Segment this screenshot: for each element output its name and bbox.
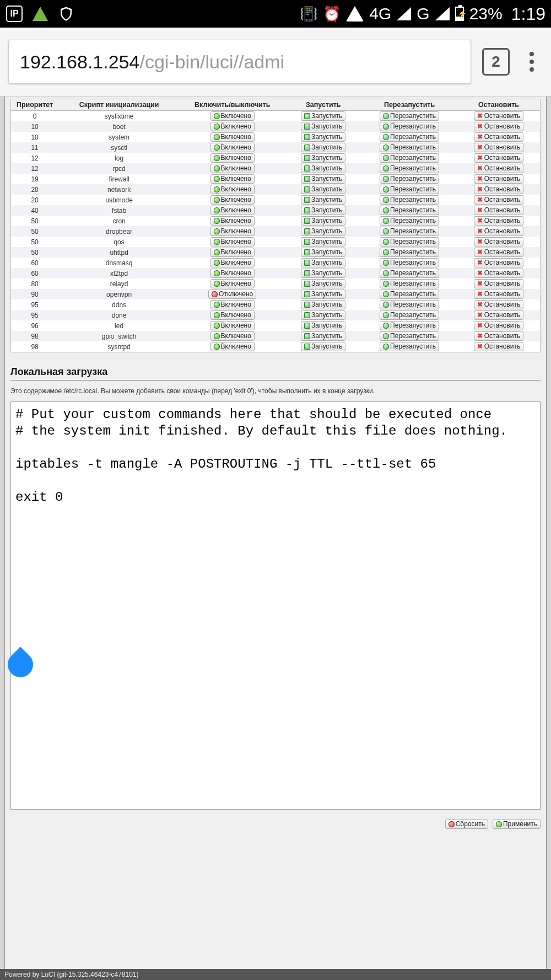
toggle-button[interactable]: Включено <box>210 111 255 121</box>
stop-button[interactable]: ✖Остановить <box>474 342 524 351</box>
start-button[interactable]: Запустить <box>301 279 345 288</box>
start-button[interactable]: Запустить <box>301 174 345 184</box>
toggle-button[interactable]: Включено <box>210 216 255 226</box>
start-button[interactable]: Запустить <box>301 300 345 309</box>
stop-button[interactable]: ✖Остановить <box>474 269 524 278</box>
stop-button[interactable]: ✖Остановить <box>474 206 524 215</box>
start-button[interactable]: Запустить <box>301 216 345 226</box>
toggle-button[interactable]: Включено <box>210 237 255 247</box>
restart-button[interactable]: Перезапустить <box>380 122 439 131</box>
toggle-button[interactable]: Включено <box>210 153 255 163</box>
restart-button[interactable]: Перезапустить <box>380 342 439 351</box>
toggle-button[interactable]: Включено <box>210 300 255 309</box>
start-button[interactable]: Запустить <box>301 290 345 299</box>
toggle-button[interactable]: Включено <box>210 206 255 215</box>
toggle-button[interactable]: Включено <box>210 258 255 267</box>
toggle-button[interactable]: Включено <box>210 310 255 320</box>
start-button[interactable]: Запустить <box>301 143 345 152</box>
start-button[interactable]: Запустить <box>301 122 345 131</box>
toggle-button[interactable]: Включено <box>210 164 255 173</box>
start-button[interactable]: Запустить <box>301 248 345 257</box>
start-button[interactable]: Запустить <box>301 310 345 320</box>
stop-button[interactable]: ✖Остановить <box>474 195 524 205</box>
stop-button[interactable]: ✖Остановить <box>474 122 524 131</box>
stop-button[interactable]: ✖Остановить <box>474 331 524 341</box>
stop-label: Остановить <box>484 143 521 152</box>
stop-button[interactable]: ✖Остановить <box>474 321 524 330</box>
restart-button[interactable]: Перезапустить <box>380 111 439 121</box>
toggle-button[interactable]: Включено <box>210 185 255 194</box>
start-button[interactable]: Запустить <box>301 132 345 142</box>
stop-button[interactable]: ✖Остановить <box>474 143 524 152</box>
toggle-button[interactable]: Включено <box>210 269 255 278</box>
restart-button[interactable]: Перезапустить <box>380 269 439 278</box>
start-button[interactable]: Запустить <box>301 195 345 205</box>
start-button[interactable]: Запустить <box>301 227 345 236</box>
toggle-button[interactable]: Включено <box>210 321 255 330</box>
start-button[interactable]: Запустить <box>301 258 345 267</box>
restart-button[interactable]: Перезапустить <box>380 310 439 320</box>
restart-button[interactable]: Перезапустить <box>380 237 439 247</box>
restart-button[interactable]: Перезапустить <box>380 321 439 330</box>
stop-button[interactable]: ✖Остановить <box>474 290 524 299</box>
browser-menu[interactable] <box>521 52 543 72</box>
stop-button[interactable]: ✖Остановить <box>474 258 524 267</box>
stop-button[interactable]: ✖Остановить <box>474 132 524 142</box>
restart-button[interactable]: Перезапустить <box>380 164 439 173</box>
toggle-button[interactable]: Отключено <box>208 290 256 299</box>
start-button[interactable]: Запустить <box>301 342 345 351</box>
start-button[interactable]: Запустить <box>301 331 345 341</box>
restart-button[interactable]: Перезапустить <box>380 206 439 215</box>
stop-button[interactable]: ✖Остановить <box>474 164 524 173</box>
toggle-button[interactable]: Включено <box>210 227 255 236</box>
toggle-button[interactable]: Включено <box>210 174 255 184</box>
restart-button[interactable]: Перезапустить <box>380 216 439 226</box>
toggle-button[interactable]: Включено <box>210 122 255 131</box>
stop-button[interactable]: ✖Остановить <box>474 185 524 194</box>
toggle-button[interactable]: Включено <box>210 342 255 351</box>
restart-button[interactable]: Перезапустить <box>380 132 439 142</box>
start-button[interactable]: Запустить <box>301 269 345 278</box>
toggle-button[interactable]: Включено <box>210 195 255 205</box>
stop-button[interactable]: ✖Остановить <box>474 227 524 236</box>
stop-button[interactable]: ✖Остановить <box>474 279 524 288</box>
restart-button[interactable]: Перезапустить <box>380 290 439 299</box>
stop-button[interactable]: ✖Остановить <box>474 174 524 184</box>
start-button[interactable]: Запустить <box>301 111 345 121</box>
stop-button[interactable]: ✖Остановить <box>474 237 524 247</box>
toggle-button[interactable]: Включено <box>210 279 255 288</box>
toggle-button[interactable]: Включено <box>210 143 255 152</box>
stop-button[interactable]: ✖Остановить <box>474 248 524 257</box>
restart-button[interactable]: Перезапустить <box>380 300 439 309</box>
stop-button[interactable]: ✖Остановить <box>474 216 524 226</box>
restart-button[interactable]: Перезапустить <box>380 185 439 194</box>
toggle-label: Включено <box>221 175 251 183</box>
restart-button[interactable]: Перезапустить <box>380 248 439 257</box>
reset-button[interactable]: Сбросить <box>445 820 488 829</box>
toggle-button[interactable]: Включено <box>210 132 255 142</box>
restart-button[interactable]: Перезапустить <box>380 143 439 152</box>
restart-button[interactable]: Перезапустить <box>380 195 439 205</box>
toggle-button[interactable]: Включено <box>210 331 255 341</box>
start-button[interactable]: Запустить <box>301 164 345 173</box>
start-button[interactable]: Запустить <box>301 153 345 163</box>
restart-button[interactable]: Перезапустить <box>380 331 439 341</box>
restart-button[interactable]: Перезапустить <box>380 227 439 236</box>
tab-switcher[interactable]: 2 <box>482 48 510 76</box>
stop-button[interactable]: ✖Остановить <box>474 310 524 320</box>
toggle-button[interactable]: Включено <box>210 248 255 257</box>
restart-button[interactable]: Перезапустить <box>380 174 439 184</box>
start-button[interactable]: Запустить <box>301 237 345 247</box>
restart-button[interactable]: Перезапустить <box>380 279 439 288</box>
address-bar[interactable]: 192.168.1.254/cgi-bin/luci//admi <box>8 40 471 84</box>
restart-button[interactable]: Перезапустить <box>380 153 439 163</box>
stop-button[interactable]: ✖Остановить <box>474 300 524 309</box>
restart-button[interactable]: Перезапустить <box>380 258 439 267</box>
stop-button[interactable]: ✖Остановить <box>474 153 524 163</box>
stop-button[interactable]: ✖Остановить <box>474 111 524 121</box>
start-button[interactable]: Запустить <box>301 206 345 215</box>
start-button[interactable]: Запустить <box>301 185 345 194</box>
start-button[interactable]: Запустить <box>301 321 345 330</box>
apply-button[interactable]: Применить <box>493 820 541 829</box>
rc-local-textarea[interactable] <box>10 401 541 810</box>
